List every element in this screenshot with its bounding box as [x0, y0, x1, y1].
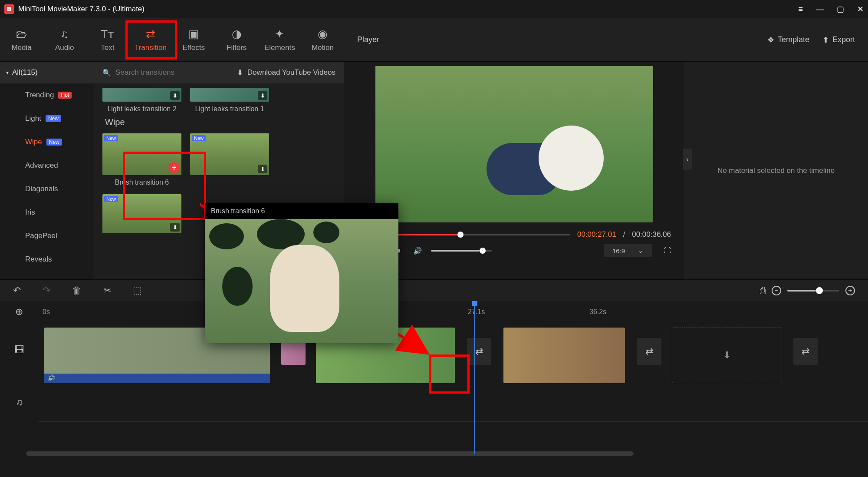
chevron-down-icon: ▾ — [6, 70, 9, 76]
tab-audio[interactable]: ♫Audio — [43, 18, 86, 61]
tab-effects[interactable]: ▣Effects — [172, 18, 215, 61]
category-all[interactable]: ▾All(115) — [0, 62, 94, 83]
hamburger-icon[interactable]: ≡ — [798, 5, 803, 14]
scrub-bar[interactable]: 00:00:27.01 / 00:00:36.06 — [357, 230, 671, 239]
maximize-icon[interactable]: ▢ — [837, 4, 844, 14]
transition-thumb: ⬇ — [102, 88, 181, 102]
transition-slot-4[interactable]: ⇄ — [793, 338, 818, 365]
player-title: Player — [357, 35, 379, 44]
undo-icon[interactable]: ↶ — [13, 285, 21, 296]
timeline: ⊕ 🎞 ♫ 0s 27.1s 36.2s 🔊 ⇄ ⇄ ⬇ ⇄ — [0, 301, 868, 457]
video-clip-3[interactable] — [503, 328, 625, 383]
music-icon: ♫ — [60, 27, 69, 41]
delete-icon[interactable]: 🗑 — [72, 285, 82, 296]
category-item-diagonals[interactable]: Diagonals — [0, 177, 94, 201]
speaker-icon: 🔊 — [48, 374, 55, 381]
category-item-trending[interactable]: TrendingHot — [0, 83, 94, 107]
transition-card[interactable]: New ⬇ — [102, 194, 181, 233]
audio-track[interactable] — [38, 387, 868, 422]
new-badge: New — [46, 139, 62, 146]
preview-body — [205, 219, 398, 343]
ruler-tick: 27.1s — [468, 308, 485, 316]
app-logo — [4, 4, 14, 14]
category-item-light[interactable]: LightNew — [0, 107, 94, 130]
transition-card[interactable]: New ⬇ — [190, 133, 269, 186]
tab-text[interactable]: TᴛText — [86, 18, 129, 61]
search-box[interactable]: 🔍 — [102, 68, 228, 77]
search-row: 🔍 ⬇ Download YouTube Videos — [94, 62, 344, 83]
inspector-panel: › No material selected on the timeline — [684, 62, 868, 279]
transition-thumb: New + — [102, 133, 181, 175]
main-toolbar: 🗁Media ♫Audio TᴛText ⇄Transition ▣Effect… — [0, 18, 868, 62]
zoom-slider[interactable] — [787, 290, 839, 292]
timeline-tracks[interactable]: 0s 27.1s 36.2s 🔊 ⇄ ⇄ ⬇ ⇄ — [38, 301, 868, 457]
filters-icon: ◑ — [232, 27, 242, 41]
layers-icon: ❖ — [767, 35, 774, 45]
volume-slider[interactable] — [431, 250, 492, 252]
horizontal-scrollbar[interactable] — [26, 451, 634, 456]
hot-badge: Hot — [58, 92, 72, 99]
current-time: 00:00:27.01 — [577, 230, 616, 239]
video-track[interactable]: 🔊 ⇄ ⇄ ⬇ ⇄ — [38, 323, 868, 387]
download-icon[interactable]: ⬇ — [170, 223, 180, 232]
player-controls: ▶| ■ 🔊 16:9⌄ ⛶ — [357, 244, 671, 257]
tab-elements[interactable]: ✦Elements — [258, 18, 301, 61]
audio-track-icon[interactable]: ♫ — [0, 391, 38, 413]
effects-icon: ▣ — [188, 27, 199, 41]
export-button[interactable]: ⬆Export — [822, 35, 855, 45]
transition-card[interactable]: ⬇ Light leaks transition 1 — [190, 88, 269, 113]
volume-icon[interactable]: 🔊 — [412, 245, 423, 256]
transition-card-brush6[interactable]: New + Brush transition 6 — [102, 133, 181, 186]
close-icon[interactable]: ✕ — [857, 4, 864, 14]
tab-filters[interactable]: ◑Filters — [215, 18, 258, 61]
add-track-icon[interactable]: ⊕ — [0, 301, 38, 323]
chevron-down-icon: ⌄ — [638, 247, 644, 255]
player-header: Player ❖Template ⬆Export — [344, 18, 868, 61]
search-input[interactable] — [115, 68, 202, 77]
new-badge: New — [192, 135, 206, 141]
tab-media[interactable]: 🗁Media — [0, 18, 43, 61]
zoom-out-icon[interactable]: − — [772, 286, 781, 295]
redo-icon[interactable]: ↷ — [43, 285, 50, 296]
search-icon: 🔍 — [102, 69, 111, 77]
playhead[interactable] — [474, 302, 475, 454]
category-item-advanced[interactable]: Advanced — [0, 154, 94, 177]
collapse-inspector-button[interactable]: › — [683, 149, 692, 170]
aspect-ratio-select[interactable]: 16:9⌄ — [604, 244, 652, 257]
add-icon[interactable]: + — [168, 162, 180, 173]
download-icon[interactable]: ⬇ — [258, 165, 267, 173]
transition-card[interactable]: ⬇ Light leaks transition 2 — [102, 88, 181, 113]
template-button[interactable]: ❖Template — [767, 35, 809, 45]
video-track-icon[interactable]: 🎞 — [0, 339, 38, 361]
category-item-iris[interactable]: Iris — [0, 201, 94, 224]
zoom-in-icon[interactable]: + — [845, 286, 855, 295]
drop-zone[interactable]: ⬇ — [672, 328, 782, 383]
split-icon[interactable]: ✂ — [103, 285, 111, 296]
timeline-left-controls: ⊕ 🎞 ♫ — [0, 301, 38, 457]
inspector-empty-text: No material selected on the timeline — [717, 166, 835, 175]
category-list: ▾All(115) TrendingHotLightNewWipeNewAdva… — [0, 62, 94, 279]
window-controls: ≡ — ▢ ✕ — [798, 4, 864, 14]
tab-transition[interactable]: ⇄Transition — [129, 18, 172, 61]
transition-thumb: New ⬇ — [102, 194, 181, 233]
category-item-wipe[interactable]: WipeNew — [0, 130, 94, 154]
transition-preview-popup: Brush transition 6 — [205, 203, 398, 343]
fullscreen-icon[interactable]: ⛶ — [664, 247, 671, 255]
download-videos-link[interactable]: ⬇ Download YouTube Videos — [237, 68, 335, 77]
transition-thumb: New ⬇ — [190, 133, 269, 175]
transition-slot-2[interactable]: ⇄ — [467, 338, 491, 365]
minimize-icon[interactable]: — — [816, 5, 824, 14]
category-item-reveals[interactable]: Reveals — [0, 248, 94, 271]
video-preview[interactable] — [375, 66, 653, 222]
crop-icon[interactable]: ⬚ — [133, 285, 142, 296]
scrub-knob[interactable] — [457, 232, 464, 238]
ruler-tick: 0s — [43, 308, 50, 316]
fit-icon[interactable]: ⎙ — [760, 285, 766, 296]
download-icon[interactable]: ⬇ — [258, 91, 267, 100]
download-icon: ⬇ — [237, 68, 243, 77]
transition-slot-3[interactable]: ⇄ — [637, 338, 661, 365]
category-item-pagepeel[interactable]: PagePeel — [0, 224, 94, 248]
timeline-ruler[interactable]: 0s 27.1s 36.2s — [38, 301, 868, 323]
tab-motion[interactable]: ◉Motion — [301, 18, 344, 61]
download-icon[interactable]: ⬇ — [170, 91, 180, 100]
